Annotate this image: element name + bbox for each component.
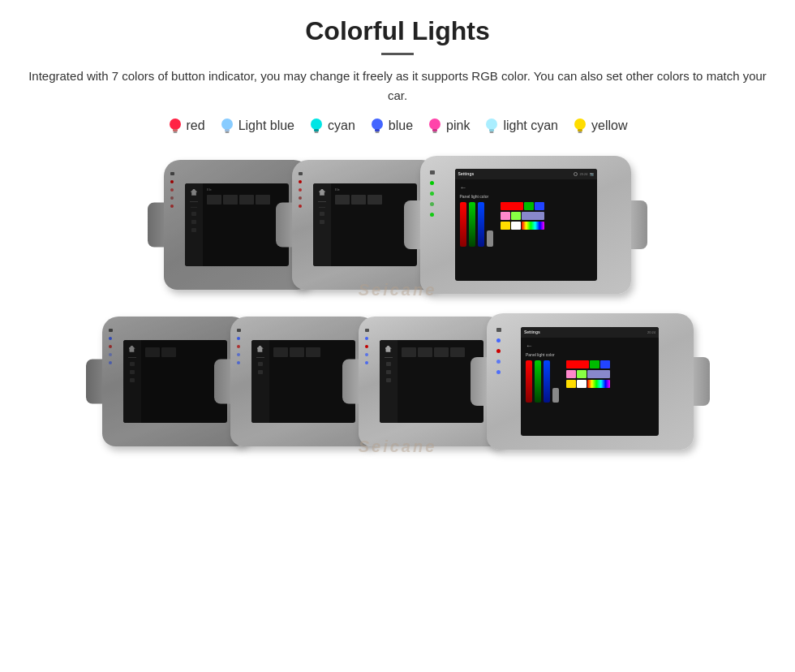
- top-units-row: Seicane: [24, 149, 771, 299]
- page-container: Colorful Lights Integrated with 7 colors…: [0, 0, 795, 672]
- color-label-lightcyan: light cyan: [503, 118, 558, 133]
- color-item-cyan: cyan: [309, 117, 355, 135]
- bulb-icon-lightcyan: [484, 117, 499, 135]
- svg-point-12: [429, 118, 440, 130]
- color-item-lightcyan: light cyan: [484, 117, 558, 135]
- svg-rect-4: [225, 129, 230, 131]
- color-label-yellow: yellow: [591, 118, 627, 133]
- color-label-blue: blue: [389, 118, 413, 133]
- color-item-blue: blue: [370, 117, 413, 135]
- svg-rect-20: [578, 131, 582, 133]
- description-text: Integrated with 7 colors of button indic…: [24, 67, 771, 106]
- bulb-icon-red: [168, 117, 183, 135]
- svg-rect-7: [314, 129, 319, 131]
- title-divider: [381, 53, 414, 55]
- settings-title: Settings: [458, 171, 475, 176]
- color-label-red: red: [187, 118, 205, 133]
- color-item-yellow: yellow: [573, 117, 627, 135]
- svg-rect-5: [225, 131, 229, 133]
- svg-rect-11: [375, 131, 379, 133]
- bulb-icon-pink: [428, 117, 442, 135]
- svg-rect-2: [173, 131, 177, 133]
- color-indicators-row: red Light blue cyan: [24, 117, 771, 135]
- svg-point-18: [574, 118, 586, 130]
- radio-unit-3-settings: Settings 20:24 📷 ← Panel light color: [424, 156, 627, 294]
- svg-rect-8: [315, 131, 319, 133]
- svg-rect-17: [490, 131, 494, 133]
- color-item-lightblue: Light blue: [220, 117, 294, 135]
- color-label-lightblue: Light blue: [238, 118, 294, 133]
- bulb-icon-lightblue: [220, 117, 234, 135]
- bulb-icon-blue: [370, 117, 385, 135]
- svg-point-9: [372, 118, 383, 130]
- color-label-cyan: cyan: [328, 118, 355, 133]
- svg-rect-16: [489, 129, 494, 131]
- svg-point-6: [311, 118, 322, 130]
- svg-rect-14: [433, 131, 437, 133]
- svg-rect-10: [375, 129, 380, 131]
- svg-rect-19: [578, 129, 582, 131]
- settings-title-2: Settings: [524, 330, 540, 334]
- panel-light-label-2: Panel light color: [526, 352, 654, 357]
- svg-rect-1: [173, 129, 178, 131]
- bulb-icon-cyan: [309, 117, 324, 135]
- bulb-icon-yellow: [573, 117, 587, 135]
- panel-light-label: Panel light color: [460, 194, 592, 199]
- color-label-pink: pink: [446, 118, 470, 133]
- bottom-units-row: Seicane: [24, 306, 771, 456]
- svg-point-15: [486, 118, 497, 130]
- color-item-red: red: [168, 117, 205, 135]
- page-title: Colorful Lights: [24, 16, 771, 46]
- svg-rect-13: [432, 129, 437, 131]
- svg-point-0: [170, 118, 181, 130]
- color-item-pink: pink: [428, 117, 470, 135]
- svg-point-3: [221, 118, 233, 130]
- radio-unit-7-settings: Settings 20:24 ← Panel light color: [491, 313, 690, 450]
